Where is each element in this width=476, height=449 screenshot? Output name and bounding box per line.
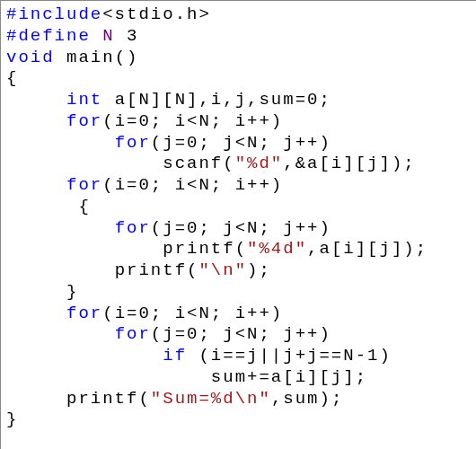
macro-val: 3 (127, 26, 138, 46)
kw-for-5: for (66, 304, 102, 323)
kw-int: int (66, 90, 102, 110)
scanf-a: scanf( (163, 154, 234, 173)
paren-empty: () (115, 48, 139, 67)
printf-nl-b: ); (247, 260, 271, 280)
printf-cell-a: printf( (163, 239, 247, 259)
printf-nl-a: printf( (115, 260, 199, 280)
kw-for-6: for (115, 324, 151, 344)
scanf-fmt: "%d" (235, 154, 284, 173)
printf-cell-fmt: "%4d" (247, 239, 307, 259)
printf-sum-fmt: "Sum=%d\n" (151, 389, 271, 409)
printf-sum-a: printf( (66, 389, 151, 409)
kw-for-4: for (115, 218, 151, 238)
for-i-3: (i=0; i<N; i++) (102, 304, 283, 323)
kw-for-3: for (66, 175, 102, 195)
for-j-3: (j=0; j<N; j++) (151, 324, 331, 344)
kw-if: if (163, 346, 187, 365)
kw-void: void (6, 48, 55, 67)
code-block: #include<stdio.h> #define N 3 void main(… (0, 0, 476, 449)
lbrace-loop: { (78, 197, 90, 216)
if-cond: (i==j||j+j==N-1) (187, 346, 392, 365)
hdr-stdio: <stdio.h> (102, 4, 211, 24)
kw-for-1: for (66, 111, 102, 131)
rbrace-loop: } (66, 282, 78, 302)
for-j-2: (j=0; j<N; j++) (151, 218, 331, 238)
sum-stmt: sum+=a[i][j]; (211, 367, 367, 387)
macro-N: N (102, 26, 114, 46)
fn-main: main (66, 48, 115, 67)
lbrace-main: { (6, 68, 18, 88)
kw-for-2: for (115, 133, 151, 153)
for-i-2: (i=0; i<N; i++) (102, 175, 283, 195)
pp-include: #include (6, 4, 102, 24)
for-i-1: (i=0; i<N; i++) (102, 111, 283, 131)
printf-sum-b: ,sum); (271, 389, 343, 409)
pp-define: #define (6, 26, 91, 46)
rbrace-main: } (6, 409, 18, 429)
decl-rest: a[N][N],i,j,sum=0; (102, 90, 331, 110)
printf-nl-fmt: "\n" (198, 260, 247, 280)
scanf-b: ,&a[i][j]); (283, 154, 415, 173)
printf-cell-b: ,a[i][j]); (307, 239, 428, 259)
for-j-1: (j=0; j<N; j++) (151, 133, 331, 153)
